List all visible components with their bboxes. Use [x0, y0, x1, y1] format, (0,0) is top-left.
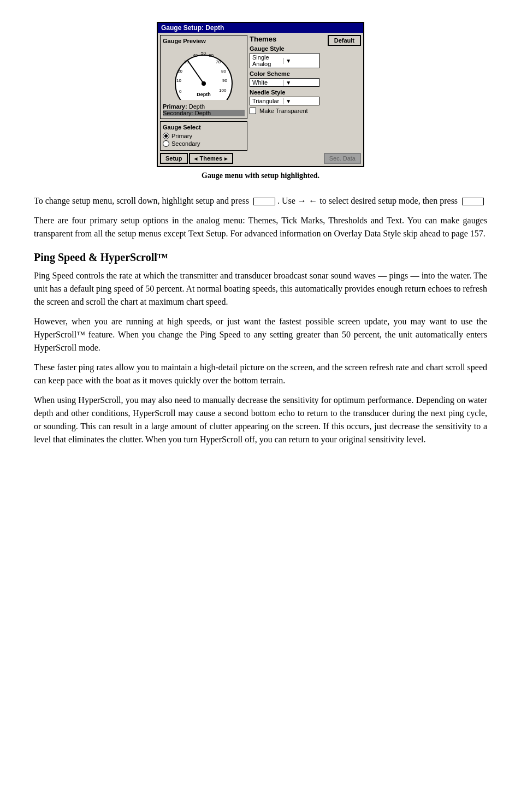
left-panel: Gauge Preview 0 10	[160, 35, 247, 164]
gauge-preview-group: Gauge Preview 0 10	[160, 35, 247, 119]
themes-section: Themes Gauge Style Single Analog ▼ Color…	[250, 35, 319, 164]
gauge-preview-label: Gauge Preview	[163, 38, 245, 44]
radio-secondary-circle[interactable]	[163, 140, 169, 147]
themes-button-label: Themes	[199, 155, 222, 162]
svg-text:20: 20	[177, 69, 182, 74]
radio-secondary[interactable]: Secondary	[163, 140, 245, 147]
body-paragraph-1: To change setup menu, scroll down, highl…	[34, 194, 487, 208]
gauge-setup-dialog: Gauge Setup: Depth Gauge Preview	[157, 22, 364, 167]
svg-text:70: 70	[216, 60, 221, 64]
gauge-canvas: 0 10 20 30 40 50	[171, 46, 236, 101]
body-paragraph-6: When using HyperScroll, you may also nee…	[34, 394, 487, 446]
needle-style-arrow-icon[interactable]: ▼	[283, 98, 316, 104]
dialog-title: Gauge Setup: Depth	[158, 23, 363, 33]
default-button[interactable]: Default	[328, 35, 361, 46]
enter-key-icon-2	[462, 198, 484, 205]
radio-secondary-label: Secondary	[171, 140, 200, 147]
make-transparent-label: Make Transparent	[259, 108, 308, 114]
gauge-info: Primary: Depth Secondary: Depth	[163, 103, 245, 116]
body-paragraph-4: However, when you are running at high sp…	[34, 315, 487, 354]
secondary-info: Secondary: Depth	[163, 110, 245, 116]
gauge-style-label: Gauge Style	[250, 45, 319, 52]
svg-text:0: 0	[179, 89, 182, 94]
dialog-body: Gauge Preview 0 10	[158, 33, 363, 166]
radio-primary-circle[interactable]	[163, 133, 169, 139]
needle-style-label: Needle Style	[250, 89, 319, 96]
bottom-row: Setup ◄ Themes ►	[160, 153, 247, 164]
dialog-caption: Gauge menu with setup highlighted.	[202, 171, 319, 180]
needle-style-dropdown[interactable]: Triangular ▼	[250, 97, 319, 105]
themes-button[interactable]: ◄ Themes ►	[189, 153, 233, 164]
svg-text:100: 100	[219, 88, 227, 93]
themes-arrow-left-icon: ◄	[193, 156, 199, 162]
svg-point-13	[202, 81, 206, 86]
right-panel-inner: Themes Gauge Style Single Analog ▼ Color…	[250, 35, 361, 164]
right-panel: Themes Gauge Style Single Analog ▼ Color…	[250, 35, 361, 164]
gauge-style-dropdown[interactable]: Single Analog ▼	[250, 53, 319, 68]
color-scheme-arrow-icon[interactable]: ▼	[283, 80, 316, 86]
body-paragraph-5: These faster ping rates allow you to mai…	[34, 361, 487, 387]
svg-text:Depth: Depth	[197, 92, 211, 97]
gauge-svg: 0 10 20 30 40 50	[171, 48, 236, 100]
action-buttons: Default Sec. Data	[319, 35, 361, 164]
color-scheme-label: Color Scheme	[250, 70, 319, 77]
make-transparent-checkbox[interactable]	[250, 108, 256, 114]
sec-data-button[interactable]: Sec. Data	[324, 153, 361, 164]
radio-primary[interactable]: Primary	[163, 133, 245, 139]
gauge-select-title: Gauge Select	[163, 124, 245, 131]
enter-key-icon	[253, 198, 275, 205]
color-scheme-dropdown[interactable]: White ▼	[250, 78, 319, 87]
svg-text:90: 90	[222, 78, 227, 83]
primary-info: Primary: Depth	[163, 103, 245, 110]
gauge-style-value: Single Analog	[252, 54, 283, 67]
themes-title: Themes	[250, 35, 319, 43]
section-heading: Ping Speed & HyperScroll™	[34, 251, 487, 264]
gauge-style-arrow-icon[interactable]: ▼	[283, 58, 316, 64]
needle-style-value: Triangular	[252, 98, 283, 104]
gauge-select-group: Gauge Select Primary Secondary	[160, 121, 247, 151]
svg-text:50: 50	[201, 51, 206, 56]
dialog-wrapper: Gauge Setup: Depth Gauge Preview	[34, 22, 487, 189]
radio-primary-label: Primary	[171, 133, 192, 139]
page-content: Gauge Setup: Depth Gauge Preview	[34, 22, 487, 453]
make-transparent-row[interactable]: Make Transparent	[250, 108, 319, 114]
svg-text:40: 40	[193, 53, 198, 58]
svg-text:10: 10	[176, 78, 181, 83]
setup-button[interactable]: Setup	[160, 153, 188, 164]
svg-text:80: 80	[221, 69, 226, 74]
svg-text:60: 60	[209, 53, 214, 58]
themes-arrow-right-icon: ►	[223, 156, 229, 162]
body-paragraph-3: Ping Speed controls the rate at which th…	[34, 269, 487, 309]
body-paragraph-2: There are four primary setup options in …	[34, 214, 487, 240]
color-scheme-value: White	[252, 79, 283, 86]
